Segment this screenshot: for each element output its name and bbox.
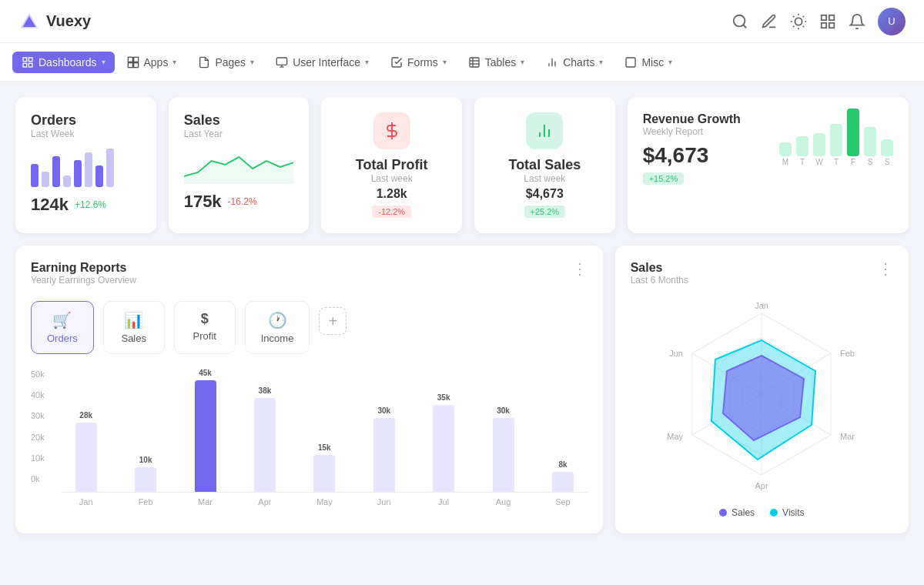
earning-tabs: 🛒 Orders 📊 Sales $ Profit 🕐 Income + bbox=[31, 301, 588, 354]
orders-bar-chart bbox=[31, 149, 141, 187]
svg-point-2 bbox=[734, 15, 745, 26]
logo[interactable]: Vuexy bbox=[18, 11, 91, 32]
earning-tab-profit[interactable]: $ Profit bbox=[174, 301, 236, 354]
totalsales-amount: $4,673 bbox=[490, 187, 600, 201]
sales-radar-titles: Sales Last 6 Months bbox=[631, 261, 688, 295]
top-nav-icons: U bbox=[732, 8, 906, 35]
svg-rect-23 bbox=[128, 62, 132, 67]
svg-rect-15 bbox=[829, 22, 834, 27]
revenue-value: $4,673 bbox=[643, 143, 741, 168]
sales-radar-header: Sales Last 6 Months ⋮ bbox=[631, 261, 893, 295]
earning-subtitle: Yearly Earnings Overview bbox=[31, 275, 136, 286]
svg-rect-24 bbox=[133, 62, 138, 67]
sales-radar-card: Sales Last 6 Months ⋮ bbox=[615, 246, 909, 533]
svg-line-7 bbox=[793, 15, 794, 16]
svg-rect-19 bbox=[28, 63, 32, 67]
bar-aug: 30k bbox=[479, 406, 527, 492]
svg-point-4 bbox=[795, 18, 802, 25]
legend-visits: Visits bbox=[770, 507, 804, 518]
svg-text:Mar: Mar bbox=[840, 432, 855, 441]
menu-item-pages[interactable]: Pages ▾ bbox=[189, 52, 263, 73]
earning-tab-income[interactable]: 🕐 Income bbox=[245, 301, 310, 354]
menu-item-tables[interactable]: Tables ▾ bbox=[459, 52, 534, 73]
earning-card-header: Earning Reports Yearly Earnings Overview… bbox=[31, 261, 588, 298]
radar-chart-wrap: Jan Feb Mar Apr May Jun bbox=[631, 298, 893, 498]
earning-card-titles: Earning Reports Yearly Earnings Overview bbox=[31, 261, 136, 298]
orders-card: Orders Last Week 124k +12.6% bbox=[15, 97, 156, 233]
bar-apr: 38k bbox=[240, 386, 289, 492]
totalsales-icon-wrap bbox=[526, 112, 563, 149]
menu-item-misc[interactable]: Misc ▾ bbox=[615, 52, 681, 73]
svg-text:Feb: Feb bbox=[840, 349, 855, 358]
sales-title: Sales bbox=[184, 112, 294, 129]
avatar[interactable]: U bbox=[878, 8, 906, 35]
menu-item-dashboards[interactable]: Dashboards ▾ bbox=[12, 52, 115, 73]
revenue-bar-W: W bbox=[813, 133, 825, 166]
svg-rect-13 bbox=[822, 15, 826, 19]
orders-value-row: 124k +12.6% bbox=[31, 195, 141, 215]
dollar-icon bbox=[383, 122, 401, 140]
svg-rect-21 bbox=[128, 57, 132, 62]
svg-rect-28 bbox=[470, 58, 479, 67]
translate-icon[interactable] bbox=[761, 13, 778, 30]
svg-line-11 bbox=[793, 25, 794, 26]
earning-tab-sales[interactable]: 📊 Sales bbox=[103, 301, 165, 354]
profit-title: Total Profit bbox=[336, 157, 447, 173]
revenue-bar-M: M bbox=[779, 142, 792, 166]
svg-rect-35 bbox=[626, 58, 635, 67]
svg-text:May: May bbox=[668, 432, 684, 441]
orders-bar-6 bbox=[85, 152, 92, 187]
sales-mini-chart bbox=[184, 145, 294, 184]
svg-text:Jan: Jan bbox=[755, 301, 768, 310]
svg-rect-17 bbox=[23, 58, 27, 62]
orders-bar-1 bbox=[31, 164, 38, 187]
earning-bar-chart: 50k 40k 30k 20k 10k 0k 28k 10k bbox=[31, 369, 588, 506]
earning-tab-orders[interactable]: 🛒 Orders bbox=[31, 301, 94, 354]
svg-marker-36 bbox=[184, 157, 294, 184]
orders-subtitle: Last Week bbox=[31, 129, 141, 139]
totalsales-card: Total Sales Last week $4,673 +25.2% bbox=[474, 97, 615, 233]
revenue-bar-T2: T bbox=[830, 124, 842, 166]
bar-jun: 30k bbox=[360, 406, 408, 492]
search-icon[interactable] bbox=[732, 13, 748, 30]
revenue-subtitle: Weekly Report bbox=[643, 126, 741, 137]
orders-bar-5 bbox=[74, 160, 82, 187]
bar-sep: 8k bbox=[538, 460, 587, 492]
earning-tab-add[interactable]: + bbox=[319, 307, 346, 335]
svg-text:Apr: Apr bbox=[755, 481, 768, 490]
sales-radar-title: Sales bbox=[631, 261, 688, 275]
revenue-bar-S2: S bbox=[881, 139, 893, 166]
legend-sales: Sales bbox=[719, 507, 755, 518]
orders-bar-4 bbox=[63, 176, 71, 187]
revenue-card: Revenue Growth Weekly Report $4,673 +15.… bbox=[628, 97, 909, 233]
radar-svg: Jan Feb Mar Apr May Jun bbox=[661, 298, 862, 498]
bar-jan: 28k bbox=[62, 411, 110, 492]
orders-change: +12.6% bbox=[75, 199, 106, 210]
totalsales-title: Total Sales bbox=[490, 157, 600, 173]
earning-reports-card: Earning Reports Yearly Earnings Overview… bbox=[15, 246, 603, 533]
stats-row: Orders Last Week 124k +12.6% Sales Last … bbox=[15, 97, 909, 233]
menu-item-charts[interactable]: Charts ▾ bbox=[537, 52, 612, 73]
sales-radar-dots-menu[interactable]: ⋮ bbox=[878, 261, 893, 295]
menu-bar: Dashboards ▾ Apps ▾ Pages ▾ User Interfa… bbox=[0, 43, 924, 82]
svg-rect-22 bbox=[133, 57, 138, 62]
totalsales-subtitle: Last week bbox=[490, 173, 600, 184]
svg-rect-14 bbox=[829, 15, 834, 19]
menu-item-user-interface[interactable]: User Interface ▾ bbox=[266, 52, 378, 73]
sales-radar-subtitle: Last 6 Months bbox=[631, 275, 688, 286]
sun-icon[interactable] bbox=[790, 13, 807, 30]
orders-value: 124k bbox=[31, 195, 69, 215]
orders-bar-2 bbox=[42, 172, 49, 187]
bell-icon[interactable] bbox=[849, 13, 865, 30]
sales-subtitle: Last Year bbox=[184, 129, 294, 139]
svg-line-12 bbox=[803, 15, 804, 16]
sales-value: 175k bbox=[184, 192, 222, 212]
svg-line-8 bbox=[803, 25, 804, 26]
orders-bar-3 bbox=[52, 156, 60, 187]
y-axis-labels: 50k 40k 30k 20k 10k 0k bbox=[31, 369, 45, 483]
earning-dots-menu[interactable]: ⋮ bbox=[572, 261, 588, 276]
grid-icon[interactable] bbox=[819, 13, 836, 30]
menu-item-apps[interactable]: Apps ▾ bbox=[118, 52, 186, 73]
svg-text:Jun: Jun bbox=[670, 349, 684, 358]
menu-item-forms[interactable]: Forms ▾ bbox=[381, 52, 456, 73]
